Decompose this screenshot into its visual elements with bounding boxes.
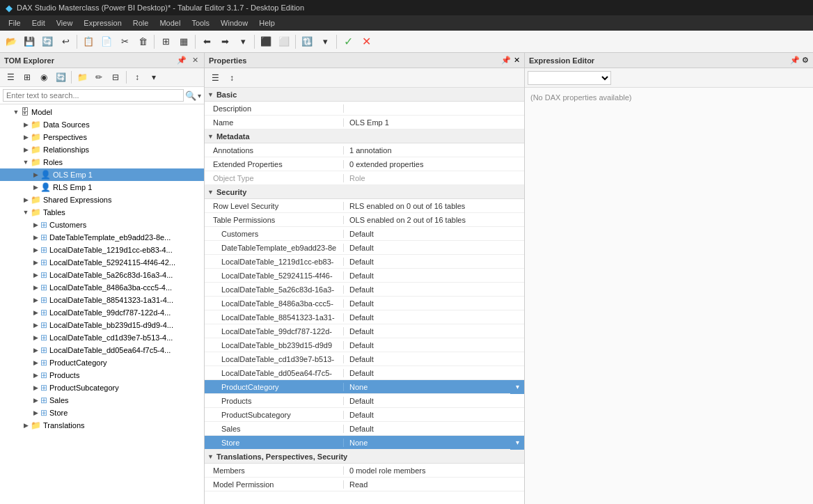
prop-list-btn[interactable]: ☰ xyxy=(207,70,223,86)
tom-diagram-btn[interactable]: ◉ xyxy=(36,70,52,85)
table-perm-row[interactable]: ProductSubcategoryDefault xyxy=(205,408,524,422)
toolbar-table-btn[interactable]: ⊞ xyxy=(157,33,174,50)
toolbar-refresh-btn[interactable]: 🔃 xyxy=(299,33,315,50)
toolbar-cut-btn[interactable]: ✂ xyxy=(116,33,133,50)
table-perm-row[interactable]: LocalDateTable_5a26c83d-16a3-Default xyxy=(205,283,524,297)
expr-settings-btn[interactable]: ⚙ xyxy=(802,56,809,64)
table-perm-row[interactable]: SalesDefault xyxy=(205,422,524,436)
prop-annot-value[interactable]: 1 annotation xyxy=(344,146,524,155)
tom-folder-btn[interactable]: 📁 xyxy=(74,70,90,85)
search-dropdown-icon[interactable]: ▾ xyxy=(198,92,201,100)
tree-tables[interactable]: ▼ 📁 Tables xyxy=(0,206,204,219)
section-metadata[interactable]: ▼ Metadata xyxy=(205,129,524,143)
menu-help[interactable]: Help xyxy=(253,17,281,29)
tom-list-view-btn[interactable]: ☰ xyxy=(3,70,18,85)
tom-close-btn[interactable]: ✕ xyxy=(191,56,200,65)
toolbar-align-left-btn[interactable]: ⬅ xyxy=(198,33,215,50)
toolbar-undo-btn[interactable]: ↩ xyxy=(57,33,74,50)
tree-local2[interactable]: ▶ ⊞ LocalDateTable_52924115-4f46-42... xyxy=(0,256,204,269)
expr-dropdown[interactable] xyxy=(528,71,611,85)
section-translations[interactable]: ▼ Translations, Perspectives, Security xyxy=(205,450,524,464)
prop-close-btn[interactable]: ✕ xyxy=(514,56,520,65)
tree-translations[interactable]: ▶ 📁 Translations xyxy=(0,419,204,432)
expr-pin-btn[interactable]: 📌 xyxy=(790,56,800,64)
tree-product-category[interactable]: ▶ ⊞ ProductCategory xyxy=(0,356,204,369)
toolbar-refresh-dropdown-btn[interactable]: ▾ xyxy=(317,33,333,50)
table-perm-row[interactable]: LocalDateTable_8486a3ba-ccc5-Default xyxy=(205,297,524,310)
tree-datasources[interactable]: ▶ 📁 Data Sources xyxy=(0,118,204,131)
toolbar-open-btn[interactable]: 📂 xyxy=(3,33,19,50)
tree-local1[interactable]: ▶ ⊞ LocalDateTable_1219d1cc-eb83-4... xyxy=(0,244,204,256)
menu-role[interactable]: Role xyxy=(127,17,155,29)
table-perm-row[interactable]: ProductsDefault xyxy=(205,394,524,408)
menu-file[interactable]: File xyxy=(3,17,26,29)
tree-sales[interactable]: ▶ ⊞ Sales xyxy=(0,394,204,407)
dropdown-arrow-icon[interactable]: ▾ xyxy=(510,436,524,450)
tom-pin-btn[interactable]: 📌 xyxy=(175,56,188,65)
table-perm-row[interactable]: LocalDateTable_dd05ea64-f7c5-Default xyxy=(205,366,524,380)
tree-roles[interactable]: ▼ 📁 Roles xyxy=(0,156,204,168)
tree-model[interactable]: ▼ 🗄 Model xyxy=(0,106,204,118)
prop-ext-value[interactable]: 0 extended properties xyxy=(344,160,524,168)
tree-local3[interactable]: ▶ ⊞ LocalDateTable_5a26c83d-16a3-4... xyxy=(0,269,204,281)
table-perm-row[interactable]: CustomersDefault xyxy=(205,227,524,241)
toolbar-delete-btn[interactable]: 🗑 xyxy=(134,33,151,50)
prop-pin-btn[interactable]: 📌 xyxy=(501,56,511,65)
table-perm-row[interactable]: StoreNone▾ xyxy=(205,436,524,450)
menu-view[interactable]: View xyxy=(51,17,79,29)
table-perm-row[interactable]: LocalDateTable_99dcf787-122d-Default xyxy=(205,324,524,338)
toolbar-copy-btn[interactable]: 📋 xyxy=(80,33,97,50)
tree-customers[interactable]: ▶ ⊞ Customers xyxy=(0,219,204,231)
toolbar-format2-btn[interactable]: ⬜ xyxy=(276,33,292,50)
tree-store[interactable]: ▶ ⊞ Store xyxy=(0,407,204,419)
table-perm-row[interactable]: DateTableTemplate_eb9add23-8eDefault xyxy=(205,241,524,255)
table-perm-row[interactable]: LocalDateTable_cd1d39e7-b513-Default xyxy=(205,352,524,366)
tom-search-input[interactable] xyxy=(3,89,184,102)
toolbar-paste-btn[interactable]: 📄 xyxy=(98,33,115,50)
table-perm-row[interactable]: ProductCategoryNone▾ xyxy=(205,380,524,394)
prop-sort-btn[interactable]: ↕ xyxy=(224,70,239,86)
tree-date-template[interactable]: ▶ ⊞ DateTableTemplate_eb9add23-8e... xyxy=(0,231,204,244)
tree-local7[interactable]: ▶ ⊞ LocalDateTable_bb239d15-d9d9-4... xyxy=(0,319,204,331)
tom-refresh-btn[interactable]: 🔄 xyxy=(53,70,68,85)
menu-tools[interactable]: Tools xyxy=(186,17,215,29)
tom-sort-dropdown-btn[interactable]: ▾ xyxy=(146,70,161,85)
tree-perspectives[interactable]: ▶ 📁 Perspectives xyxy=(0,131,204,143)
tree-local8[interactable]: ▶ ⊞ LocalDateTable_cd1d39e7-b513-4... xyxy=(0,331,204,344)
table-perm-row[interactable]: LocalDateTable_bb239d15-d9d9Default xyxy=(205,338,524,352)
toolbar-format-btn[interactable]: ⬛ xyxy=(258,33,274,50)
tree-local9[interactable]: ▶ ⊞ LocalDateTable_dd05ea64-f7c5-4... xyxy=(0,344,204,356)
menu-model[interactable]: Model xyxy=(154,17,186,29)
tree-ols-emp1[interactable]: ▶ 👤 OLS Emp 1 xyxy=(0,168,204,181)
tree-relationships[interactable]: ▶ 📁 Relationships xyxy=(0,143,204,156)
prop-name-value[interactable]: OLS Emp 1 xyxy=(344,118,524,127)
tree-local4[interactable]: ▶ ⊞ LocalDateTable_8486a3ba-ccc5-4... xyxy=(0,281,204,294)
search-icon[interactable]: 🔍 xyxy=(185,90,196,101)
tree-product-subcategory[interactable]: ▶ ⊞ ProductSubcategory xyxy=(0,381,204,394)
tom-columns-btn[interactable]: ⊟ xyxy=(108,70,123,85)
toolbar-deploy-btn[interactable]: 🔄 xyxy=(39,33,56,50)
toolbar-reject-btn[interactable]: ✕ xyxy=(358,33,374,50)
tree-rls-emp1[interactable]: ▶ 👤 RLS Emp 1 xyxy=(0,181,204,194)
table-perm-row[interactable]: LocalDateTable_88541323-1a31-Default xyxy=(205,310,524,324)
toolbar-align-right-btn[interactable]: ➡ xyxy=(216,33,233,50)
tom-sort-btn[interactable]: ↕ xyxy=(129,70,145,85)
menu-window[interactable]: Window xyxy=(215,17,253,29)
tree-products[interactable]: ▶ ⊞ Products xyxy=(0,369,204,381)
menu-edit[interactable]: Edit xyxy=(26,17,51,29)
toolbar-accept-btn[interactable]: ✓ xyxy=(340,33,356,50)
tree-local6[interactable]: ▶ ⊞ LocalDateTable_99dcf787-122d-4... xyxy=(0,306,204,319)
section-security[interactable]: ▼ Security xyxy=(205,185,524,199)
toolbar-align-dropdown-btn[interactable]: ▾ xyxy=(235,33,251,50)
menu-expression[interactable]: Expression xyxy=(78,17,127,29)
table-perm-row[interactable]: LocalDateTable_1219d1cc-eb83-Default xyxy=(205,255,524,269)
table-perm-row[interactable]: LocalDateTable_52924115-4f46-Default xyxy=(205,269,524,283)
tom-edit-btn[interactable]: ✏ xyxy=(91,70,106,85)
toolbar-col-btn[interactable]: ▦ xyxy=(175,33,192,50)
section-basic[interactable]: ▼ Basic xyxy=(205,88,524,102)
tree-local5[interactable]: ▶ ⊞ LocalDateTable_88541323-1a31-4... xyxy=(0,294,204,306)
dropdown-arrow-icon[interactable]: ▾ xyxy=(510,380,524,394)
toolbar-save-btn[interactable]: 💾 xyxy=(21,33,38,50)
tom-grid-view-btn[interactable]: ⊞ xyxy=(19,70,35,85)
tree-shared-expressions[interactable]: ▶ 📁 Shared Expressions xyxy=(0,194,204,206)
